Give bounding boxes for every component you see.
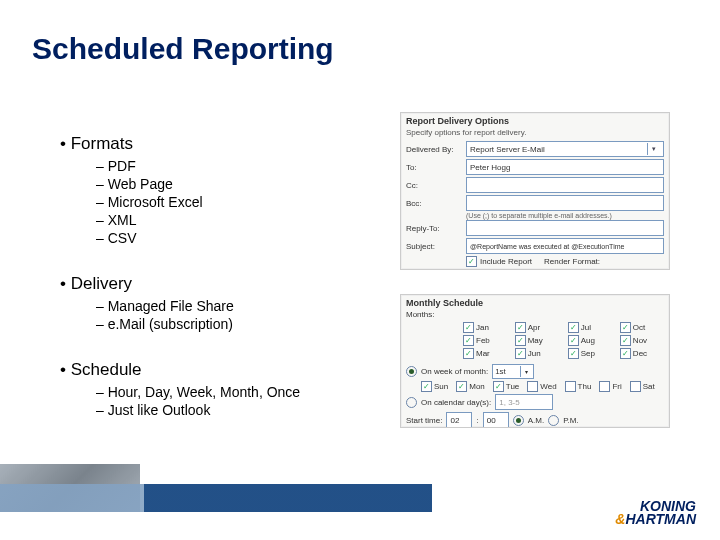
on-week-radio[interactable] (406, 366, 417, 377)
month-label: Mar (476, 349, 490, 358)
day-label: Sat (643, 382, 655, 391)
bullet-schedule: Schedule (60, 360, 360, 380)
month-label: Dec (633, 349, 647, 358)
month-checkbox[interactable] (620, 348, 631, 359)
time-colon: : (476, 416, 478, 425)
day-checkbox[interactable] (421, 381, 432, 392)
subject-label: Subject: (406, 242, 462, 251)
panel-header: Monthly Schedule (401, 295, 669, 309)
month-checkbox[interactable] (463, 335, 474, 346)
pm-radio[interactable] (548, 415, 559, 426)
include-report-checkbox[interactable] (466, 256, 477, 267)
slide-body: Formats PDF Web Page Microsoft Excel XML… (60, 120, 360, 420)
bcc-label: Bcc: (406, 199, 462, 208)
day-checkbox[interactable] (565, 381, 576, 392)
start-hour-field[interactable]: 02 (446, 412, 472, 428)
to-label: To: (406, 163, 462, 172)
on-calendar-field[interactable]: 1, 3-5 (495, 394, 553, 410)
month-label: Nov (633, 336, 647, 345)
delivered-by-select[interactable]: Report Server E-Mail ▾ (466, 141, 664, 157)
cc-label: Cc: (406, 181, 462, 190)
day-checkbox[interactable] (630, 381, 641, 392)
bullet-delivery: Delivery (60, 274, 360, 294)
on-week-select[interactable]: 1st ▾ (492, 364, 534, 379)
day-checkbox[interactable] (527, 381, 538, 392)
day-checkbox[interactable] (493, 381, 504, 392)
panel-subtitle: Specify options for report delivery. (401, 127, 669, 140)
delivery-options-panel: Report Delivery Options Specify options … (400, 112, 670, 270)
months-label: Months: (406, 310, 462, 319)
month-checkbox[interactable] (568, 348, 579, 359)
subject-field[interactable]: @ReportName was executed at @ExecutionTi… (466, 238, 664, 254)
sub-bullet: e.Mail (subscription) (96, 316, 360, 332)
day-checkbox[interactable] (599, 381, 610, 392)
logo-amp: & (615, 511, 625, 527)
am-radio[interactable] (513, 415, 524, 426)
month-label: Sep (581, 349, 595, 358)
sub-bullet: PDF (96, 158, 360, 174)
on-calendar-radio[interactable] (406, 397, 417, 408)
chevron-down-icon: ▾ (520, 366, 531, 377)
sub-bullet: Just like Outlook (96, 402, 360, 418)
on-week-label: On week of month: (421, 367, 488, 376)
months-grid: Jan Apr Jul Oct Feb May Aug Nov Mar Jun … (401, 320, 669, 363)
start-min-field[interactable]: 00 (483, 412, 509, 428)
slide-title: Scheduled Reporting (32, 32, 334, 66)
month-checkbox[interactable] (568, 322, 579, 333)
cc-field[interactable] (466, 177, 664, 193)
bcc-hint: (Use (;) to separate multiple e-mail add… (401, 212, 669, 219)
month-checkbox[interactable] (620, 322, 631, 333)
month-checkbox[interactable] (620, 335, 631, 346)
bullet-delivery-label: Delivery (71, 274, 132, 293)
month-checkbox[interactable] (568, 335, 579, 346)
reply-to-label: Reply-To: (406, 224, 462, 233)
sub-bullet: Web Page (96, 176, 360, 192)
logo-line2: HARTMAN (625, 511, 696, 527)
month-checkbox[interactable] (463, 348, 474, 359)
to-field[interactable]: Peter Hogg (466, 159, 664, 175)
delivered-by-value: Report Server E-Mail (470, 145, 545, 154)
start-time-label: Start time: (406, 416, 442, 425)
month-label: Jul (581, 323, 591, 332)
on-calendar-label: On calendar day(s): (421, 398, 491, 407)
footer-band (0, 484, 720, 512)
day-label: Wed (540, 382, 556, 391)
reply-to-field[interactable] (466, 220, 664, 236)
month-label: May (528, 336, 543, 345)
day-label: Sun (434, 382, 448, 391)
bullet-schedule-label: Schedule (71, 360, 142, 379)
month-label: Apr (528, 323, 540, 332)
sub-bullet: CSV (96, 230, 360, 246)
bcc-field[interactable] (466, 195, 664, 211)
on-week-value: 1st (495, 367, 506, 376)
month-label: Aug (581, 336, 595, 345)
company-logo: KONING &HARTMAN (615, 500, 696, 526)
render-format-label: Render Format: (544, 257, 600, 266)
day-label: Mon (469, 382, 485, 391)
day-label: Tue (506, 382, 520, 391)
day-label: Thu (578, 382, 592, 391)
chevron-down-icon: ▾ (647, 143, 660, 155)
month-checkbox[interactable] (515, 335, 526, 346)
pm-label: P.M. (563, 416, 578, 425)
sub-bullet: Managed File Share (96, 298, 360, 314)
month-checkbox[interactable] (515, 322, 526, 333)
month-checkbox[interactable] (463, 322, 474, 333)
month-label: Feb (476, 336, 490, 345)
day-checkbox[interactable] (456, 381, 467, 392)
month-label: Jan (476, 323, 489, 332)
sub-bullet: XML (96, 212, 360, 228)
month-label: Jun (528, 349, 541, 358)
bullet-formats-label: Formats (71, 134, 133, 153)
day-label: Fri (612, 382, 621, 391)
bullet-formats: Formats (60, 134, 360, 154)
sub-bullet: Microsoft Excel (96, 194, 360, 210)
month-checkbox[interactable] (515, 348, 526, 359)
month-label: Oct (633, 323, 645, 332)
panel-header: Report Delivery Options (401, 113, 669, 127)
am-label: A.M. (528, 416, 544, 425)
monthly-schedule-panel: Monthly Schedule Months: Jan Apr Jul Oct… (400, 294, 670, 428)
include-report-label: Include Report (480, 257, 532, 266)
delivered-by-label: Delivered By: (406, 145, 462, 154)
sub-bullet: Hour, Day, Week, Month, Once (96, 384, 360, 400)
